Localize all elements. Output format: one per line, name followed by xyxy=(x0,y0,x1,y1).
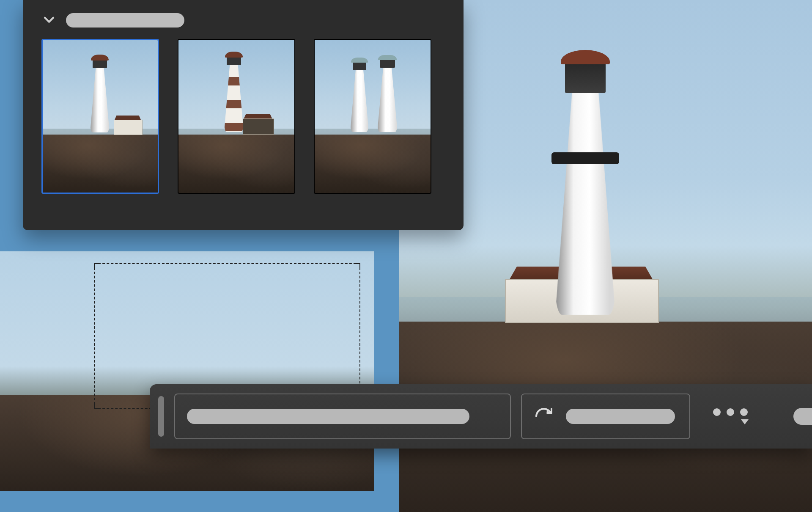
regenerate-icon xyxy=(534,406,554,427)
more-options-button[interactable] xyxy=(713,408,748,424)
lighthouse-cap-illustration xyxy=(561,50,610,64)
collapse-toggle[interactable] xyxy=(41,13,57,28)
lighthouse-tower-illustration xyxy=(555,87,615,315)
generative-fill-taskbar xyxy=(150,384,812,449)
generate-label xyxy=(566,409,675,424)
variation-thumb-2[interactable] xyxy=(178,39,295,194)
lighthouse-lantern-illustration xyxy=(565,59,606,93)
variation-thumbnails xyxy=(41,39,447,194)
variation-thumb-1[interactable] xyxy=(41,39,159,194)
taskbar-overflow[interactable] xyxy=(793,408,812,425)
edit-canvas[interactable] xyxy=(0,251,374,491)
prompt-input[interactable] xyxy=(174,394,511,439)
chevron-down-icon xyxy=(42,12,56,28)
drag-handle[interactable] xyxy=(158,396,164,437)
variations-panel-header xyxy=(41,13,447,28)
panel-title xyxy=(66,13,184,28)
prompt-placeholder xyxy=(187,409,469,424)
dropdown-caret-icon xyxy=(741,419,749,424)
lighthouse-gallery-illustration xyxy=(551,152,619,164)
more-icon xyxy=(713,408,748,416)
variation-thumb-3[interactable] xyxy=(314,39,431,194)
variations-panel xyxy=(23,0,464,230)
generate-button[interactable] xyxy=(521,394,690,439)
